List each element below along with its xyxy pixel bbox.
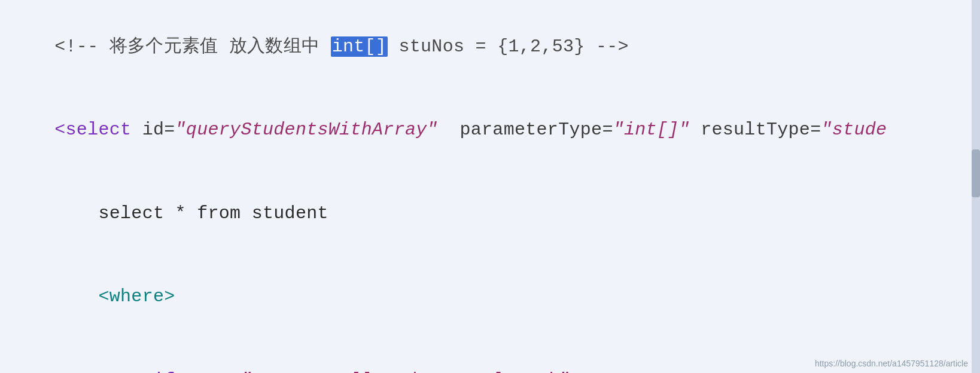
indent-8 <box>54 370 142 374</box>
code-line-2: <select id="queryStudentsWithArray" para… <box>0 88 980 172</box>
scrollbar[interactable] <box>972 0 980 373</box>
int-array-highlight: int[] <box>331 36 388 57</box>
id-attr: id= <box>131 120 175 140</box>
sql-select: select * from student <box>54 203 328 224</box>
where-tag: <where> <box>98 286 175 307</box>
test-value: "array!=null and array.length" <box>241 370 569 374</box>
watermark: https://blog.csdn.net/a1457951128/articl… <box>815 359 968 368</box>
scrollbar-thumb[interactable] <box>972 149 980 197</box>
code-line-1: <!-- 将多个元素值 放入数组中 int[] stuNos = {1,2,53… <box>0 5 980 88</box>
code-line-4: <where> <box>0 255 980 339</box>
if-close-bracket: > <box>570 370 580 374</box>
param-type-attr: parameterType= <box>438 120 613 140</box>
comment-start: <!-- 将多个元素值 放入数组中 <box>54 36 330 57</box>
id-value: "queryStudentsWithArray" <box>175 120 438 140</box>
result-type-value: "stude <box>821 120 887 140</box>
test-attr: test= <box>175 370 241 374</box>
result-type-attr: resultType= <box>690 120 821 140</box>
code-line-3: select * from student <box>0 172 980 255</box>
param-type-value: "int[]" <box>613 120 690 140</box>
code-editor: <!-- 将多个元素值 放入数组中 int[] stuNos = {1,2,53… <box>0 0 980 373</box>
comment-end: stuNos = {1,2,53} --> <box>388 36 629 57</box>
if-tag: <if <box>142 370 175 374</box>
select-tag-open: <select <box>54 120 131 140</box>
indent-4 <box>54 286 98 307</box>
